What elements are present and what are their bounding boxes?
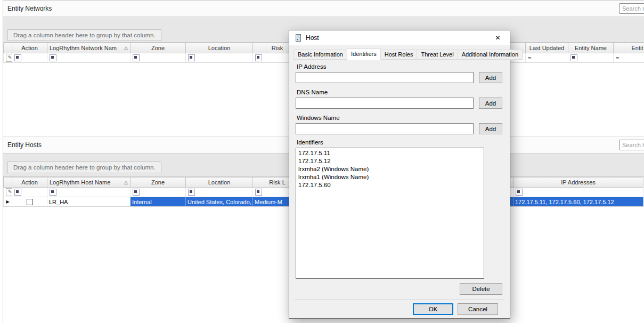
column-header-ip-addresses[interactable]: IP Addresses bbox=[513, 177, 643, 188]
filter-box-icon bbox=[133, 54, 140, 61]
location-cell[interactable]: United States, Colorado, B.. bbox=[186, 197, 253, 206]
column-header-action[interactable]: Action bbox=[12, 43, 47, 53]
delete-button[interactable]: Delete bbox=[460, 283, 502, 295]
row-selector-icon: ▶ bbox=[6, 200, 9, 204]
dialog-title: Host bbox=[306, 34, 319, 42]
filter-box-icon bbox=[14, 189, 21, 196]
tab-host-roles[interactable]: Host Roles bbox=[380, 50, 418, 60]
dns-name-input[interactable] bbox=[296, 98, 474, 109]
networks-filter-indicator: ✎ bbox=[4, 53, 12, 62]
filter-box-icon bbox=[188, 189, 195, 196]
filter-box-icon bbox=[255, 54, 262, 61]
sort-asc-icon: △ bbox=[124, 43, 128, 53]
networks-filter-entity-name[interactable] bbox=[568, 53, 614, 62]
column-header-network-name-label: LogRhythm Network Nam bbox=[50, 43, 117, 53]
hosts-filter-location[interactable] bbox=[186, 188, 253, 197]
column-header-action[interactable]: Action bbox=[12, 177, 47, 188]
close-icon[interactable]: ✕ bbox=[486, 30, 510, 45]
filter-box-icon bbox=[133, 189, 140, 196]
edit-pencil-icon: ✎ bbox=[6, 54, 12, 62]
equals-filter-icon: = bbox=[616, 55, 619, 61]
filter-box-icon bbox=[570, 54, 577, 61]
windows-name-input[interactable] bbox=[296, 123, 474, 134]
sort-asc-icon: △ bbox=[124, 177, 128, 187]
ip-addresses-cell[interactable]: 172.17.5.11, 172.17.5.60, 172.17.5.12 bbox=[513, 197, 643, 206]
filter-box-icon bbox=[14, 54, 21, 61]
zone-cell[interactable]: Internal bbox=[131, 197, 186, 206]
column-header-zone[interactable]: Zone bbox=[131, 43, 186, 53]
column-header-entity-name[interactable]: Entity Name bbox=[568, 43, 614, 53]
networks-filter-name[interactable] bbox=[47, 53, 131, 62]
dns-name-label: DNS Name bbox=[297, 89, 328, 95]
ok-button[interactable]: OK bbox=[413, 303, 453, 315]
identifiers-list[interactable]: 172.17.5.11 172.17.5.12 lrxmha2 (Windows… bbox=[296, 148, 484, 279]
edit-pencil-icon: ✎ bbox=[6, 188, 12, 196]
hosts-panel-title: Entity Hosts bbox=[7, 141, 42, 149]
identifier-item[interactable]: 172.17.5.11 bbox=[296, 149, 484, 157]
add-ip-button[interactable]: Add bbox=[479, 72, 502, 83]
cancel-button[interactable]: Cancel bbox=[458, 303, 498, 315]
column-header-location[interactable]: Location bbox=[186, 43, 253, 53]
tab-additional-information[interactable]: Additional Information bbox=[458, 50, 523, 60]
column-header-location[interactable]: Location bbox=[186, 177, 253, 188]
filter-box-icon bbox=[516, 189, 523, 196]
networks-title-row: Entity Networks bbox=[3, 1, 644, 17]
app-window: Entity Networks Drag a column header her… bbox=[0, 0, 644, 323]
column-header-zone[interactable]: Zone bbox=[131, 177, 186, 188]
hosts-filter-action[interactable] bbox=[12, 188, 47, 197]
hosts-filter-zone[interactable] bbox=[131, 188, 186, 197]
add-windows-button[interactable]: Add bbox=[479, 123, 502, 134]
identifier-item[interactable]: lrxmha2 (Windows Name) bbox=[296, 165, 484, 173]
ip-address-label: IP Address bbox=[297, 63, 326, 70]
identifiers-label: Identifiers bbox=[297, 139, 323, 146]
action-cell[interactable] bbox=[12, 197, 47, 206]
column-header-last-updated[interactable]: Last Updated bbox=[526, 43, 568, 53]
hosts-indicator-header-cell bbox=[4, 177, 12, 188]
filter-box-icon bbox=[255, 189, 262, 196]
add-dns-button[interactable]: Add bbox=[479, 98, 502, 109]
hosts-group-hint: Drag a column header here to group by th… bbox=[7, 162, 161, 173]
networks-filter-location[interactable] bbox=[186, 53, 253, 62]
ip-address-input[interactable] bbox=[296, 72, 474, 83]
dialog-separator bbox=[295, 299, 504, 300]
hosts-filter-indicator: ✎ bbox=[4, 188, 12, 197]
filter-box-icon bbox=[188, 54, 195, 61]
networks-filter-entity[interactable]: = bbox=[614, 53, 644, 62]
networks-panel-title: Entity Networks bbox=[7, 5, 52, 12]
column-header-host-name-label: LogRhythm Host Name bbox=[50, 177, 110, 187]
hosts-search-input[interactable] bbox=[619, 140, 644, 150]
tab-basic-information[interactable]: Basic Information bbox=[294, 50, 347, 60]
tab-identifiers[interactable]: Identifiers bbox=[347, 49, 381, 60]
hosts-filter-name[interactable] bbox=[47, 188, 131, 197]
host-icon bbox=[294, 34, 303, 42]
filter-box-icon bbox=[50, 54, 56, 61]
row-indicator-cell: ▶ bbox=[4, 197, 12, 206]
dialog-title-bar[interactable]: Host ✕ bbox=[289, 30, 510, 45]
identifier-item[interactable]: lrxmha1 (Windows Name) bbox=[296, 173, 484, 181]
tab-threat-level[interactable]: Threat Level bbox=[417, 50, 458, 60]
dialog-tabs: Basic Information Identifiers Host Roles… bbox=[294, 49, 522, 60]
identifier-item[interactable]: 172.17.5.12 bbox=[296, 157, 484, 165]
networks-search-input[interactable] bbox=[619, 3, 644, 14]
networks-indicator-header-cell bbox=[4, 43, 12, 53]
equals-filter-icon: = bbox=[528, 55, 531, 61]
networks-filter-zone[interactable] bbox=[131, 53, 186, 62]
host-name-cell[interactable]: LR_HA bbox=[47, 197, 131, 206]
hosts-filter-ip-addresses[interactable] bbox=[513, 188, 643, 197]
windows-name-label: Windows Name bbox=[297, 115, 340, 121]
identifier-item[interactable]: 172.17.5.60 bbox=[296, 181, 484, 189]
networks-filter-last-updated[interactable]: = bbox=[526, 53, 568, 62]
filter-box-icon bbox=[50, 189, 56, 196]
column-header-host-name[interactable]: LogRhythm Host Name △ bbox=[47, 177, 131, 188]
action-checkbox[interactable] bbox=[27, 199, 33, 205]
networks-group-hint: Drag a column header here to group by th… bbox=[7, 29, 161, 41]
host-dialog: Host ✕ Basic Information Identifiers Hos… bbox=[289, 30, 510, 319]
column-header-network-name[interactable]: LogRhythm Network Nam △ bbox=[47, 43, 131, 53]
networks-filter-action[interactable] bbox=[12, 53, 47, 62]
column-header-entity[interactable]: Entit bbox=[614, 43, 644, 53]
